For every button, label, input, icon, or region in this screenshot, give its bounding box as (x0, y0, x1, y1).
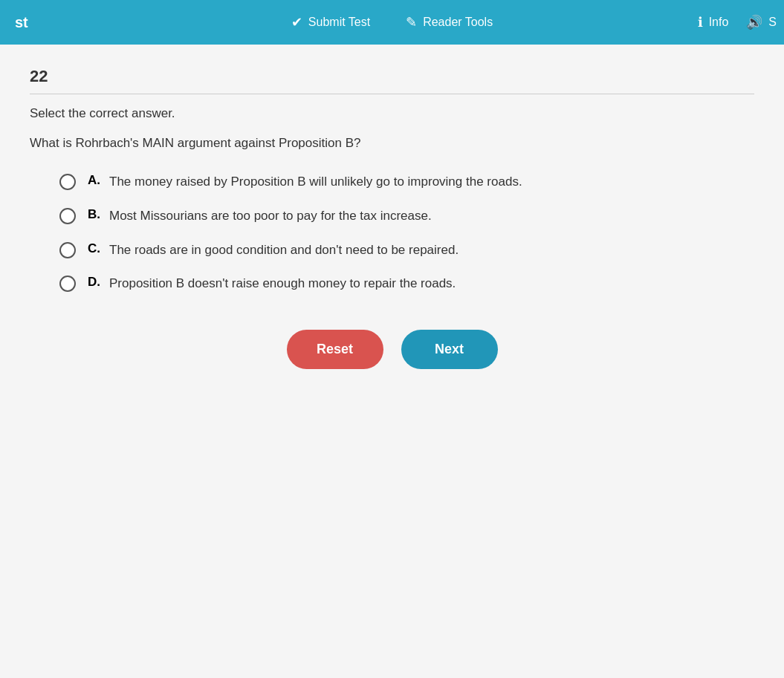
option-d-radio[interactable] (59, 276, 76, 292)
submit-test-icon: ✔ (291, 14, 302, 30)
reader-tools-button[interactable]: ✎ Reader Tools (406, 14, 493, 30)
sign-out-icon: 🔊 (746, 14, 762, 30)
page-identifier: st (15, 14, 28, 31)
info-label: Info (709, 16, 729, 29)
option-c-radio[interactable] (59, 242, 76, 258)
submit-test-button[interactable]: ✔ Submit Test (291, 14, 370, 30)
option-c-letter: C. (88, 241, 100, 256)
sign-out-label: S (768, 16, 777, 29)
option-b-letter: B. (88, 207, 100, 222)
question-number: 22 (30, 67, 754, 94)
list-item[interactable]: D. Proposition B doesn't raise enough mo… (59, 275, 754, 293)
option-b-radio[interactable] (59, 208, 76, 224)
sign-out-button[interactable]: 🔊 S (746, 14, 777, 30)
question-text: What is Rohrbach's MAIN argument against… (30, 136, 754, 151)
option-a-content: A. The money raised by Proposition B wil… (88, 173, 522, 191)
top-bar-right-actions: ℹ Info 🔊 S (698, 14, 784, 30)
list-item[interactable]: A. The money raised by Proposition B wil… (59, 173, 754, 191)
option-c-text: The roads are in good condition and don'… (109, 241, 459, 259)
option-a-radio[interactable] (59, 174, 76, 190)
action-button-row: Reset Next (30, 330, 754, 369)
option-d-letter: D. (88, 275, 100, 290)
main-content-area: 22 Select the correct answer. What is Ro… (0, 45, 784, 678)
option-a-letter: A. (88, 173, 100, 188)
option-c-content: C. The roads are in good condition and d… (88, 241, 459, 259)
reader-tools-label: Reader Tools (423, 16, 493, 29)
submit-test-label: Submit Test (308, 16, 370, 29)
reset-button[interactable]: Reset (287, 330, 383, 369)
next-button[interactable]: Next (401, 330, 498, 369)
list-item[interactable]: C. The roads are in good condition and d… (59, 241, 754, 259)
option-b-content: B. Most Missourians are too poor to pay … (88, 207, 432, 225)
option-d-text: Proposition B doesn't raise enough money… (109, 275, 456, 293)
option-a-text: The money raised by Proposition B will u… (109, 173, 522, 191)
option-d-content: D. Proposition B doesn't raise enough mo… (88, 275, 456, 293)
answer-options-list: A. The money raised by Proposition B wil… (59, 173, 754, 293)
info-button[interactable]: ℹ Info (698, 14, 729, 30)
top-navigation-bar: st ✔ Submit Test ✎ Reader Tools ℹ Info 🔊… (0, 0, 784, 45)
list-item[interactable]: B. Most Missourians are too poor to pay … (59, 207, 754, 225)
instruction-text: Select the correct answer. (30, 106, 754, 121)
reader-tools-icon: ✎ (406, 14, 417, 30)
info-icon: ℹ (698, 14, 703, 30)
option-b-text: Most Missourians are too poor to pay for… (109, 207, 432, 225)
